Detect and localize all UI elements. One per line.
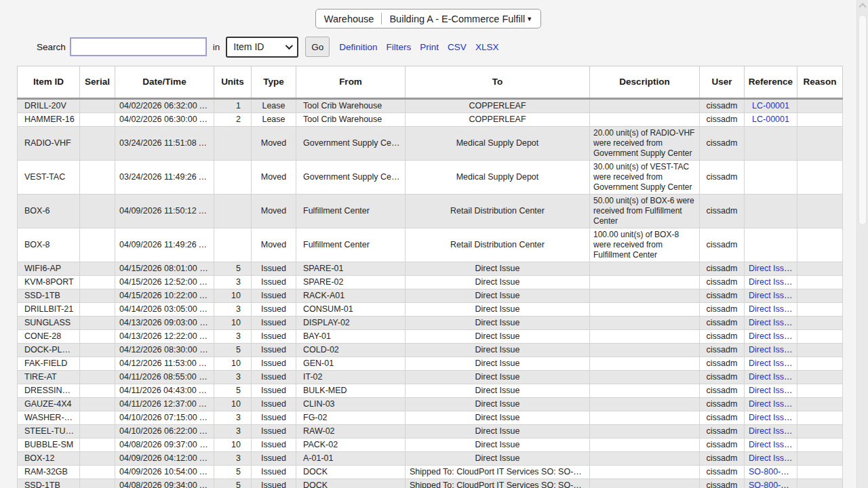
reference-link[interactable]: Direct Issue xyxy=(749,453,793,463)
chevron-down-icon xyxy=(285,42,293,49)
csv-link[interactable]: CSV xyxy=(448,42,467,52)
table-header-row: Item IDSerialDate/TimeUnitsTypeFromToDes… xyxy=(18,66,843,99)
reference-cell: Direct Issue xyxy=(745,384,797,398)
column-header[interactable]: Type xyxy=(252,66,296,99)
to-cell: Direct Issue xyxy=(406,411,590,425)
item-id-cell: WASHER-QTR xyxy=(18,411,80,425)
units-cell: 3 xyxy=(214,371,252,384)
reference-link[interactable]: Direct Issue xyxy=(749,386,793,395)
column-header[interactable]: Reason xyxy=(797,66,843,99)
reference-link[interactable]: SO-800-002 xyxy=(749,467,795,476)
filters-link[interactable]: Filters xyxy=(387,42,412,52)
reference-link[interactable]: Direct Issue xyxy=(749,399,793,409)
vertical-scrollbar[interactable] xyxy=(856,0,868,488)
column-header[interactable]: From xyxy=(296,66,406,99)
scroll-up-icon[interactable] xyxy=(859,3,866,10)
serial-cell xyxy=(80,439,115,452)
print-link[interactable]: Print xyxy=(420,42,439,52)
table-row[interactable]: BOX-6 04/09/2026 11:50:12 AM Moved Fulfi… xyxy=(18,195,843,228)
reference-link[interactable]: Direct Issue xyxy=(749,359,793,368)
search-field-select[interactable]: Item ID xyxy=(226,37,298,58)
user-cell: cissadm xyxy=(700,289,745,303)
reference-link[interactable]: Direct Issue xyxy=(749,318,793,327)
table-row[interactable]: KVM-8PORT 04/15/2026 12:52:00 AM 3 Issue… xyxy=(18,276,843,289)
from-cell: DOCK xyxy=(296,466,406,479)
reference-cell xyxy=(745,127,797,161)
item-id-cell: WIFI6-AP xyxy=(18,262,80,276)
table-row[interactable]: RADIO-VHF 03/24/2026 11:51:08 AM Moved G… xyxy=(18,127,843,161)
table-row[interactable]: VEST-TAC 03/24/2026 11:49:26 AM Moved Go… xyxy=(18,161,843,195)
table-row[interactable]: GAUZE-4X4 04/11/2026 12:37:00 AM 10 Issu… xyxy=(18,398,843,411)
units-cell: 5 xyxy=(214,466,252,479)
to-cell: Medical Supply Depot xyxy=(406,127,590,161)
reference-link[interactable]: Direct Issue xyxy=(749,264,793,273)
reference-link[interactable]: Direct Issue xyxy=(749,345,793,354)
column-header[interactable]: Date/Time xyxy=(115,66,214,99)
table-row[interactable]: STEEL-TUBE 04/10/2026 06:22:00 AM 3 Issu… xyxy=(18,425,843,439)
reference-link[interactable]: Direct Issue xyxy=(749,304,793,314)
table-row[interactable]: RAM-32GB 04/09/2026 10:54:00 AM 5 Issued… xyxy=(18,466,843,479)
table-row[interactable]: DOCK-PLATE 04/12/2026 08:30:00 PM 5 Issu… xyxy=(18,344,843,357)
column-header[interactable]: Reference xyxy=(745,66,797,99)
table-row[interactable]: BOX-8 04/09/2026 11:49:26 AM Moved Fulfi… xyxy=(18,228,843,262)
table-row[interactable]: SUNGLASS 04/13/2026 09:03:00 PM 10 Issue… xyxy=(18,317,843,330)
reference-link[interactable]: Direct Issue xyxy=(749,413,793,422)
user-cell: cissadm xyxy=(700,276,745,289)
reference-link[interactable]: LC-00001 xyxy=(752,101,789,110)
table-row[interactable]: FAK-FIELD 04/12/2026 11:53:00 AM 10 Issu… xyxy=(18,357,843,371)
table-row[interactable]: SSD-1TB 04/08/2026 09:34:00 AM 5 Issued … xyxy=(18,479,843,488)
table-row[interactable]: DRILL-20V 04/02/2026 06:32:00 AM 1 Lease… xyxy=(18,99,843,113)
datetime-cell: 04/12/2026 11:53:00 AM xyxy=(115,357,214,371)
column-header[interactable]: Serial xyxy=(80,66,115,99)
reference-link[interactable]: Direct Issue xyxy=(749,372,793,382)
table-row[interactable]: WIFI6-AP 04/15/2026 08:01:00 PM 5 Issued… xyxy=(18,262,843,276)
reason-cell xyxy=(797,195,843,228)
item-id-cell: KVM-8PORT xyxy=(18,276,80,289)
scrollbar-thumb[interactable] xyxy=(859,15,867,225)
units-cell: 10 xyxy=(214,439,252,452)
reason-cell xyxy=(797,99,843,113)
go-button[interactable]: Go xyxy=(305,37,330,57)
datetime-cell: 04/08/2026 09:37:00 PM xyxy=(115,439,214,452)
table-row[interactable]: DRILLBIT-21 04/14/2026 03:05:00 AM 3 Iss… xyxy=(18,303,843,317)
column-header[interactable]: To xyxy=(406,66,590,99)
from-cell: SPARE-01 xyxy=(296,262,406,276)
units-cell: 2 xyxy=(214,113,252,127)
user-cell: cissadm xyxy=(700,99,745,113)
table-row[interactable]: WASHER-QTR 04/10/2026 07:15:00 AM 3 Issu… xyxy=(18,411,843,425)
search-input[interactable] xyxy=(70,37,207,56)
column-header[interactable]: User xyxy=(700,66,745,99)
reference-link[interactable]: Direct Issue xyxy=(749,277,793,287)
from-cell: Tool Crib Warehouse xyxy=(296,113,406,127)
units-cell: 5 xyxy=(214,479,252,488)
column-header[interactable]: Units xyxy=(214,66,252,99)
reference-link[interactable]: Direct Issue xyxy=(749,440,793,449)
table-row[interactable]: TIRE-AT 04/11/2026 08:55:00 PM 3 Issued … xyxy=(18,371,843,384)
reference-link[interactable]: Direct Issue xyxy=(749,331,793,341)
reference-link[interactable]: LC-00001 xyxy=(752,115,789,124)
column-header[interactable]: Description xyxy=(590,66,700,99)
reference-link[interactable]: SO-800-002 xyxy=(749,481,795,488)
reference-link[interactable]: Direct Issue xyxy=(749,291,793,300)
column-header[interactable]: Item ID xyxy=(18,66,80,99)
table-row[interactable]: CONE-28 04/13/2026 12:22:00 AM 3 Issued … xyxy=(18,330,843,344)
user-cell: cissadm xyxy=(700,425,745,439)
from-cell: CLIN-03 xyxy=(296,398,406,411)
location-dropdown[interactable]: Building A - E-Commerce Fulfill ▼ xyxy=(389,14,532,24)
table-row[interactable]: DRESSING-4 04/11/2026 04:43:00 AM 5 Issu… xyxy=(18,384,843,398)
table-row[interactable]: HAMMER-16 04/02/2026 06:30:00 AM 2 Lease… xyxy=(18,113,843,127)
from-cell: Government Supply Center xyxy=(296,161,406,195)
type-cell: Issued xyxy=(252,357,296,371)
item-id-cell: HAMMER-16 xyxy=(18,113,80,127)
table-row[interactable]: SSD-1TB 04/15/2026 10:22:00 AM 10 Issued… xyxy=(18,289,843,303)
description-cell xyxy=(590,357,700,371)
definition-link[interactable]: Definition xyxy=(339,42,377,52)
serial-cell xyxy=(80,262,115,276)
table-row[interactable]: BOX-12 04/09/2026 04:12:00 AM 3 Issued A… xyxy=(18,452,843,466)
reference-link[interactable]: Direct Issue xyxy=(749,426,793,436)
xlsx-link[interactable]: XLSX xyxy=(475,42,499,52)
type-cell: Issued xyxy=(252,466,296,479)
user-cell: cissadm xyxy=(700,344,745,357)
to-cell: Direct Issue xyxy=(406,384,590,398)
table-row[interactable]: BUBBLE-SM 04/08/2026 09:37:00 PM 10 Issu… xyxy=(18,439,843,452)
